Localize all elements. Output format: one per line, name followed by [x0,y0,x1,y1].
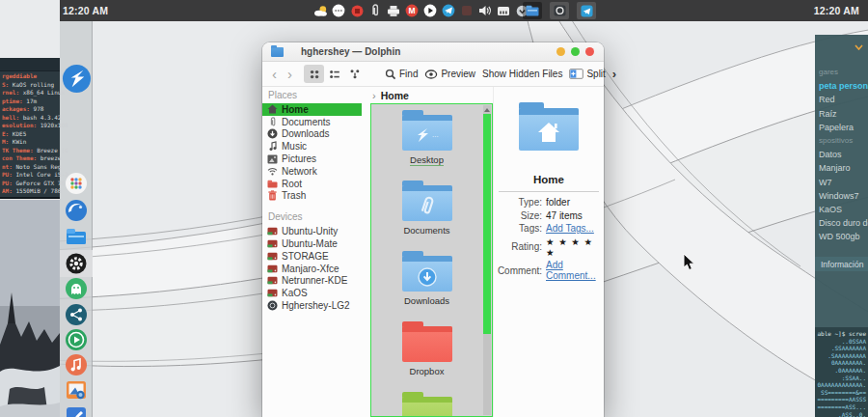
network-icon[interactable] [496,3,511,18]
dock-media-player[interactable] [60,328,93,351]
terminal-line: hell: bash 4.3.42 [2,114,60,123]
right-places-item[interactable]: peta personal [819,79,868,93]
dock [60,21,93,417]
paperclip-icon[interactable] [367,3,383,18]
back-button[interactable]: ‹ [270,70,279,79]
file-dropbox[interactable]: Dropbox [402,321,452,379]
background-terminal-window[interactable]: rgeddiableS: KaOS rollingrnel: x86_64 Li… [0,58,60,199]
drive-icon [267,264,278,274]
minimize-button[interactable] [556,47,565,56]
places-item-root[interactable]: Root [262,178,362,190]
information-tab[interactable]: Información [815,257,868,271]
places-item-downloads[interactable]: Downloads [262,128,362,141]
file-desktop[interactable]: ...Desktop [402,110,452,168]
icons-view-icon [309,69,320,80]
devices-list: Ubuntu-UnityUbuntu-MateSTORAGEManjaro-Xf… [262,225,370,312]
breadcrumb-label[interactable]: Home [381,90,409,101]
folder-view[interactable]: ...DesktopDocumentsDownloadsDropbox [370,103,493,417]
rating-label: Rating: [494,241,542,252]
telegram-icon[interactable] [441,3,456,18]
dock-share-app[interactable] [60,303,93,326]
scrollbar[interactable] [483,105,491,415]
recorder-icon[interactable] [349,3,365,18]
terminal-line: rgeddiable [2,72,60,81]
clock-right[interactable]: 12:20 AM [814,5,859,16]
scrollbar-handle[interactable] [483,114,491,334]
find-button[interactable]: Find [385,69,418,80]
weather-icon[interactable] [312,3,328,18]
inactive-app-icon[interactable] [459,3,475,18]
device-item-hghershey-lg2[interactable]: Hghershey-LG2 [262,299,362,312]
scroll-up-arrow[interactable] [483,106,491,113]
dolphin-window-task[interactable] [523,2,542,19]
dock-kaos-launcher[interactable] [60,64,93,94]
screenfetch-line: ..0SSAA [815,338,866,346]
device-item-ubuntu-unity[interactable]: Ubuntu-Unity [262,225,362,237]
toolbar-overflow-button[interactable]: › [612,67,616,81]
file-label: Documents [403,225,449,236]
breadcrumb[interactable]: › Home [370,87,493,103]
eye-icon [424,70,438,79]
dock-app-grid[interactable] [60,172,93,195]
forward-button[interactable]: › [285,70,294,79]
places-item-home[interactable]: Home [262,103,362,116]
gmail-icon[interactable]: M [404,3,420,18]
right-places-item[interactable]: Papelera [819,121,868,134]
telegram-window-task[interactable] [577,2,596,19]
clock-left[interactable]: 12:20 AM [63,5,108,16]
printer-icon[interactable] [386,3,401,18]
dock-paint-app[interactable] [60,405,93,417]
titlebar[interactable]: hghershey — Dolphin [262,42,604,62]
recorder-window-task[interactable] [550,2,569,19]
right-places-item[interactable]: KaOS [819,203,868,216]
top-panel: 12:20 AM M 12:20 AM [60,0,868,21]
maximize-button[interactable] [571,47,580,56]
preview-button[interactable]: Preview [424,69,475,79]
close-button[interactable] [585,47,594,56]
device-item-manjaro-xfce[interactable]: Manjaro-Xfce [262,263,362,275]
places-item-network[interactable]: Network [262,165,362,178]
dock-ghost-app[interactable] [60,277,93,300]
places-item-trash[interactable]: Trash [262,190,362,203]
dock-photos-app[interactable] [60,378,93,402]
screenfetch-line: .ASS..0. [815,411,866,417]
device-item-storage[interactable]: STORAGE [262,250,362,263]
dock-file-manager[interactable] [60,225,93,248]
places-item-documents[interactable]: Documents [262,116,362,128]
messenger-icon[interactable] [331,3,346,18]
right-places-item[interactable]: Raíz [819,107,868,121]
dock-browser[interactable] [60,199,93,222]
show-hidden-files-button[interactable]: Show Hidden Files [482,69,562,79]
screenfetch-line: =========AASSS [815,396,866,403]
dock-music-app[interactable] [60,353,93,376]
details-view-button[interactable] [344,65,365,83]
device-item-kaos[interactable]: KaOS [262,287,362,299]
device-item-netrunner-kde[interactable]: Netrunner-KDE [262,275,362,288]
information-tab-label: Información [821,260,863,269]
add-comment-link[interactable]: Add Comment... [546,260,604,281]
right-places-item[interactable]: WD 500gb [819,230,868,243]
right-places-item[interactable]: Red [819,93,868,106]
right-places-item[interactable]: Manjaro [819,161,868,175]
file-documents[interactable]: Documents [402,181,452,238]
file-downloads[interactable]: Downloads [402,251,452,309]
rating-stars[interactable]: ★ ★ ★ ★ ★ [546,236,604,258]
places-item-pictures[interactable]: Pictures [262,153,362,165]
terminal-line: S: KaOS rolling [2,81,60,90]
device-item-ubuntu-mate[interactable]: Ubuntu-Mate [262,237,362,250]
right-places-item[interactable]: Windows7 [819,189,868,203]
right-places-item[interactable]: W7 [819,176,868,189]
media-play-icon[interactable] [422,3,438,18]
volume-icon[interactable] [477,3,493,18]
chevron-down-icon[interactable] [854,44,863,50]
background-filemanager-window[interactable]: garespeta personalRedRaízPapeleraspositi… [815,35,868,417]
places-item-music[interactable]: Music [262,140,362,153]
right-places-item[interactable]: Datos [819,148,868,161]
dock-settings[interactable] [60,250,93,277]
icons-view-button[interactable] [304,65,324,83]
compact-view-button[interactable] [324,65,344,83]
split-button[interactable]: Split [569,69,605,79]
right-places-item[interactable]: Disco duro de 34,2 [819,216,868,230]
file-item[interactable] [402,392,452,417]
add-tags-link[interactable]: Add Tags... [546,223,604,234]
